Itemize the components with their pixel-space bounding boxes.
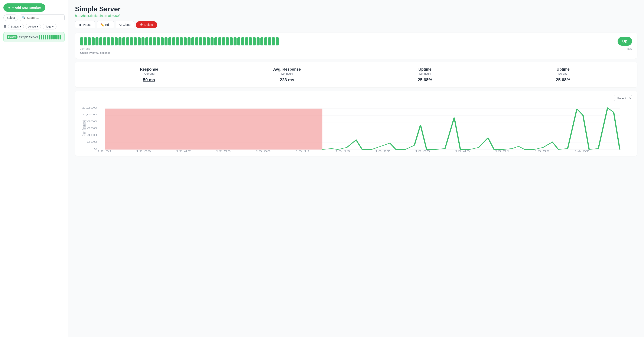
monitor-item-left: 25.68% Simple Server [6, 35, 38, 39]
uptime-bars-container [80, 37, 613, 46]
hb-bar-2 [41, 35, 42, 40]
hb-bar-3 [43, 35, 44, 40]
stats-card: Response (Current) 50 ms Avg. Response (… [75, 62, 637, 88]
add-monitor-label: + Add New Monitor [12, 6, 41, 10]
server-url[interactable]: http://host.docker.internal:8000/ [75, 14, 637, 18]
uptime-bar-15 [138, 37, 141, 46]
uptime-bar-1 [84, 37, 87, 46]
uptime-bar-3 [92, 37, 94, 46]
stat-response-current: Response (Current) 50 ms [80, 67, 218, 82]
up-status-badge: Up [618, 37, 632, 46]
x-label-1327: 13:27 [375, 150, 390, 152]
x-label-1247: 12:47 [176, 150, 191, 152]
main-content: Simple Server http://host.docker.interna… [68, 0, 644, 337]
uptime-bar-26 [180, 37, 183, 46]
x-label-1303: 13:03 [255, 150, 271, 152]
tags-filter-button[interactable]: Tags ▾ [42, 24, 56, 30]
uptime-bar-48 [264, 37, 267, 46]
active-filter-button[interactable]: Active ▾ [26, 24, 41, 30]
uptime-bar-20 [157, 37, 160, 46]
stat-avg-response: Avg. Response (24-hour) 223 ms [218, 67, 356, 82]
clone-icon: ⧉ [119, 23, 122, 27]
chart-card: Recent 1,200 1,000 800 600 400 200 0 Res… [75, 91, 637, 156]
hb-bar-10 [56, 35, 58, 40]
y-label-400: 400 [87, 134, 98, 136]
add-monitor-button[interactable]: ＋ + Add New Monitor [4, 4, 46, 12]
monitor-list-item[interactable]: 25.68% Simple Server [4, 32, 64, 42]
uptime-bar-43 [245, 37, 248, 46]
y-label-0: 0 [94, 148, 98, 150]
uptime-bar-24 [172, 37, 175, 46]
stat-value-response: 50 ms [84, 77, 214, 82]
select-button[interactable]: Select [4, 15, 18, 21]
x-label-1231: 12:31 [97, 150, 112, 152]
uptime-bar-5 [99, 37, 102, 46]
hb-bar-4 [45, 35, 46, 40]
y-label-1200: 1,200 [82, 107, 98, 109]
uptime-bar-29 [191, 37, 194, 46]
delete-button[interactable]: 🗑 Delete [136, 21, 157, 28]
uptime-time-row: 32m ago now [80, 47, 632, 50]
filter-row: ☰ Status ▾ Active ▾ Tags ▾ [4, 24, 64, 30]
uptime-bar-2 [88, 37, 91, 46]
x-label-1343: 13:43 [454, 150, 470, 152]
search-wrapper: 🔍 [20, 14, 64, 21]
search-input[interactable] [20, 14, 64, 21]
uptime-bar-36 [218, 37, 221, 46]
heartbeat-bars [39, 35, 61, 40]
chart-top: Recent [80, 95, 632, 101]
stat-sublabel-uptime30: (30-day) [498, 72, 629, 75]
uptime-bar-19 [153, 37, 156, 46]
trash-icon: 🗑 [140, 23, 143, 27]
uptime-bar-8 [111, 37, 114, 46]
stat-label-avg: Avg. Response [222, 67, 353, 72]
uptime-bar-18 [149, 37, 152, 46]
stat-uptime-24: Uptime (24-hour) 25.68% [356, 67, 494, 82]
uptime-bar-14 [134, 37, 137, 46]
clone-button[interactable]: ⧉ Clone [116, 21, 134, 28]
tags-filter-label: Tags [46, 25, 51, 28]
x-label-1407: 14:07 [574, 150, 590, 152]
hamburger-icon[interactable]: ☰ [4, 25, 6, 29]
chevron-down-icon-tags: ▾ [52, 25, 54, 28]
uptime-bar-4 [96, 37, 98, 46]
chevron-down-icon-active: ▾ [37, 25, 38, 28]
search-icon: 🔍 [22, 16, 26, 20]
uptime-bar-25 [176, 37, 179, 46]
check-interval: Check every 60 seconds [80, 51, 632, 54]
x-label-1359: 13:59 [534, 150, 550, 152]
uptime-bar-47 [260, 37, 264, 46]
sidebar: ＋ + Add New Monitor Select 🔍 ☰ Status ▾ … [0, 0, 68, 337]
stat-value-uptime30: 25.68% [498, 77, 629, 82]
active-filter-label: Active [28, 25, 36, 28]
status-filter-button[interactable]: Status ▾ [8, 24, 24, 30]
recent-select[interactable]: Recent [614, 95, 632, 101]
chevron-down-icon: ▾ [20, 25, 21, 28]
uptime-bar-50 [272, 37, 275, 46]
uptime-bar-49 [268, 37, 271, 46]
uptime-bar-41 [238, 37, 240, 46]
status-filter-label: Status [11, 25, 19, 28]
response-line [322, 108, 620, 150]
uptime-bar-35 [214, 37, 217, 46]
pause-button[interactable]: ⏸ Pause [75, 21, 95, 28]
delete-label: Delete [144, 23, 153, 27]
uptime-bar-31 [199, 37, 202, 46]
x-label-1319: 13:19 [335, 150, 350, 152]
x-label-1335: 13:35 [415, 150, 430, 152]
pause-icon: ⏸ [79, 23, 82, 27]
monitor-list: 25.68% Simple Server [4, 32, 64, 42]
hb-bar-7 [50, 35, 52, 40]
edit-button[interactable]: ✏️ Edit [97, 21, 114, 28]
uptime-bar-32 [203, 37, 206, 46]
uptime-bar-46 [256, 37, 260, 46]
uptime-bar-13 [130, 37, 133, 46]
chart-container: 1,200 1,000 800 600 400 200 0 Resp. Time… [80, 105, 632, 152]
y-axis-title: Resp. Time (ms) [81, 120, 88, 136]
stat-label-uptime30: Uptime [498, 67, 629, 72]
uptime-bar-16 [142, 37, 144, 46]
hb-bar-5 [47, 35, 48, 40]
stat-sublabel-24h: (24-hour) [222, 72, 353, 75]
uptime-bar-10 [118, 37, 122, 46]
hb-bar-11 [58, 35, 60, 40]
